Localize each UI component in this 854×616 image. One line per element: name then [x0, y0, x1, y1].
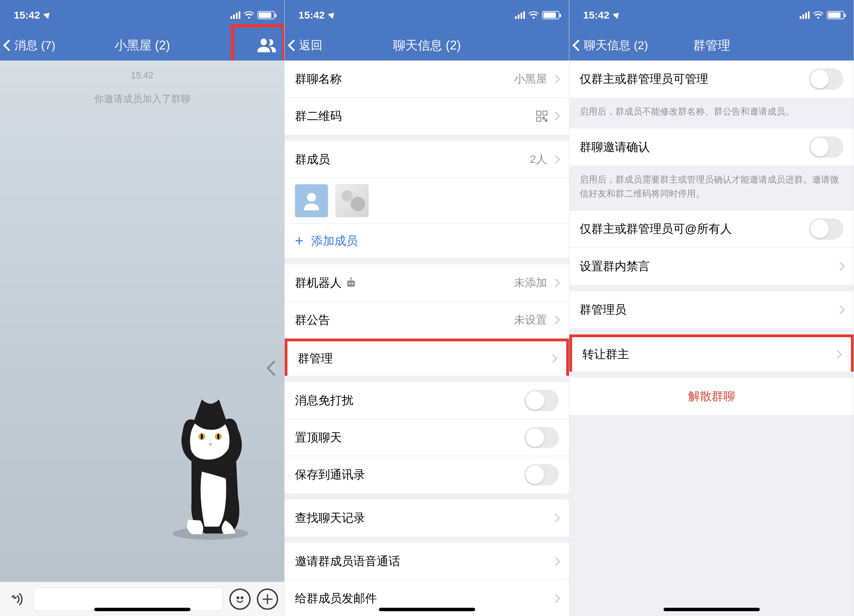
screen-chat: 15:42 消息 (7) 小黑屋 (2) 15:42 你邀请成员加入了群聊	[0, 0, 285, 616]
svg-point-17	[352, 282, 354, 284]
plus-icon: +	[295, 233, 303, 249]
cellular-icon	[515, 11, 525, 19]
location-icon	[612, 10, 621, 19]
cell-members[interactable]: 群成员 2人	[285, 141, 569, 178]
system-message: 你邀请成员加入了群聊	[94, 93, 191, 105]
switch-dnd[interactable]	[524, 390, 559, 411]
chevron-right-icon	[551, 557, 560, 566]
swipe-chevron-icon[interactable]	[272, 363, 282, 383]
nav-bar: 返回 聊天信息 (2)	[285, 30, 569, 61]
avatar-member-1[interactable]	[295, 184, 328, 217]
svg-rect-12	[543, 117, 544, 119]
cellular-icon	[230, 11, 240, 19]
cellular-icon	[800, 11, 810, 19]
chevron-right-icon	[551, 316, 560, 324]
wifi-icon	[813, 11, 824, 19]
svg-point-6	[241, 597, 243, 598]
cell-search-history[interactable]: 查找聊天记录	[285, 500, 569, 537]
cell-dnd: 消息免打扰	[285, 382, 569, 419]
desc-only-admin-manage: 启用后，群成员不能修改群名称、群公告和邀请成员。	[569, 98, 854, 128]
battery-icon	[542, 11, 560, 19]
nav-title: 聊天信息 (2)	[285, 37, 569, 54]
voice-button[interactable]	[6, 589, 27, 610]
qr-icon	[536, 110, 547, 122]
status-time: 15:42	[14, 9, 40, 21]
battery-icon	[827, 11, 844, 19]
svg-point-3	[201, 434, 203, 439]
home-indicator	[663, 608, 760, 611]
cell-admins[interactable]: 群管理员	[569, 291, 854, 328]
switch-only-admin-at[interactable]	[809, 218, 843, 239]
cell-announcement[interactable]: 群公告 未设置	[285, 302, 569, 338]
chat-body: 15:42 你邀请成员加入了群聊	[0, 61, 284, 582]
switch-save-contacts[interactable]	[524, 464, 559, 485]
back-label: 消息 (7)	[14, 38, 55, 53]
desc-invite-confirm: 启用后，群成员需要群主或管理员确认才能邀请成员进群。邀请微信好友和群二维码将同时…	[569, 166, 854, 211]
chevron-left-icon	[3, 40, 15, 51]
cell-only-admin-manage: 仅群主或群管理员可管理	[569, 61, 854, 98]
svg-point-14	[307, 193, 316, 202]
location-icon	[43, 10, 52, 19]
status-bar: 15:42	[285, 0, 569, 30]
svg-rect-10	[543, 111, 547, 115]
avatar-member-2[interactable]	[336, 184, 369, 217]
wallpaper-cat	[150, 389, 253, 540]
chevron-right-icon	[548, 354, 557, 363]
back-label: 返回	[299, 38, 322, 53]
home-indicator	[94, 608, 191, 611]
manage-list[interactable]: 仅群主或群管理员可管理 启用后，群成员不能修改群名称、群公告和邀请成员。 群聊邀…	[569, 61, 854, 616]
back-button[interactable]: 聊天信息 (2)	[569, 38, 648, 53]
chevron-right-icon	[551, 278, 560, 287]
add-member-button[interactable]: + 添加成员	[285, 223, 569, 258]
add-button[interactable]	[257, 589, 278, 610]
wifi-icon	[244, 11, 254, 19]
back-label: 聊天信息 (2)	[584, 38, 648, 53]
svg-rect-9	[537, 111, 541, 115]
battery-icon	[258, 11, 275, 19]
cell-mute[interactable]: 设置群内禁言	[569, 248, 854, 285]
svg-point-5	[237, 597, 239, 598]
screen-chat-info: 15:42 返回 聊天信息 (2) 群聊名称 小黑屋 群二维码	[285, 0, 569, 616]
status-time: 15:42	[299, 9, 325, 21]
chevron-right-icon	[551, 514, 560, 522]
svg-point-19	[350, 277, 352, 279]
svg-rect-11	[537, 117, 541, 121]
robot-icon	[345, 277, 357, 289]
status-bar: 15:42	[569, 0, 854, 30]
home-indicator	[379, 608, 475, 611]
location-icon	[328, 10, 336, 19]
cell-save-contacts: 保存到通讯录	[285, 456, 569, 493]
chevron-right-icon	[551, 594, 560, 602]
cell-transfer-owner[interactable]: 转让群主	[569, 334, 854, 372]
cell-group-name[interactable]: 群聊名称 小黑屋	[285, 61, 569, 98]
svg-point-16	[349, 282, 351, 284]
chevron-left-icon	[288, 40, 299, 51]
chevron-right-icon	[833, 350, 842, 358]
svg-rect-13	[545, 120, 547, 121]
chevron-right-icon	[836, 305, 844, 314]
chevron-left-icon	[572, 40, 584, 51]
cell-invite-voice[interactable]: 邀请群成员语音通话	[285, 543, 569, 580]
cell-dismiss-group[interactable]: 解散群聊	[569, 378, 854, 415]
chevron-right-icon	[551, 75, 560, 83]
settings-list[interactable]: 群聊名称 小黑屋 群二维码 群成员 2人	[285, 61, 569, 616]
screen-group-manage: 15:42 聊天信息 (2) 群管理 仅群主或群管理员可管理 启用后，群成员不能…	[569, 0, 854, 616]
switch-only-admin-manage[interactable]	[809, 69, 843, 90]
back-button[interactable]: 返回	[285, 38, 322, 53]
switch-invite-confirm[interactable]	[809, 136, 843, 158]
status-time: 15:42	[583, 9, 610, 21]
cell-robot[interactable]: 群机器人 未添加	[285, 264, 569, 302]
back-button[interactable]: 消息 (7)	[0, 38, 55, 53]
svg-point-4	[217, 434, 220, 439]
cell-invite-confirm: 群聊邀请确认	[569, 128, 854, 166]
emoji-button[interactable]	[229, 589, 251, 610]
message-input[interactable]	[34, 587, 223, 611]
cell-group-manage[interactable]: 群管理	[285, 338, 569, 376]
chevron-right-icon	[836, 262, 844, 270]
members-avatars	[285, 178, 569, 223]
chevron-right-icon	[551, 155, 560, 164]
cell-only-admin-at: 仅群主或群管理员可@所有人	[569, 211, 854, 248]
cell-qr-code[interactable]: 群二维码	[285, 98, 569, 135]
switch-pin[interactable]	[524, 427, 559, 448]
wifi-icon	[528, 11, 539, 19]
